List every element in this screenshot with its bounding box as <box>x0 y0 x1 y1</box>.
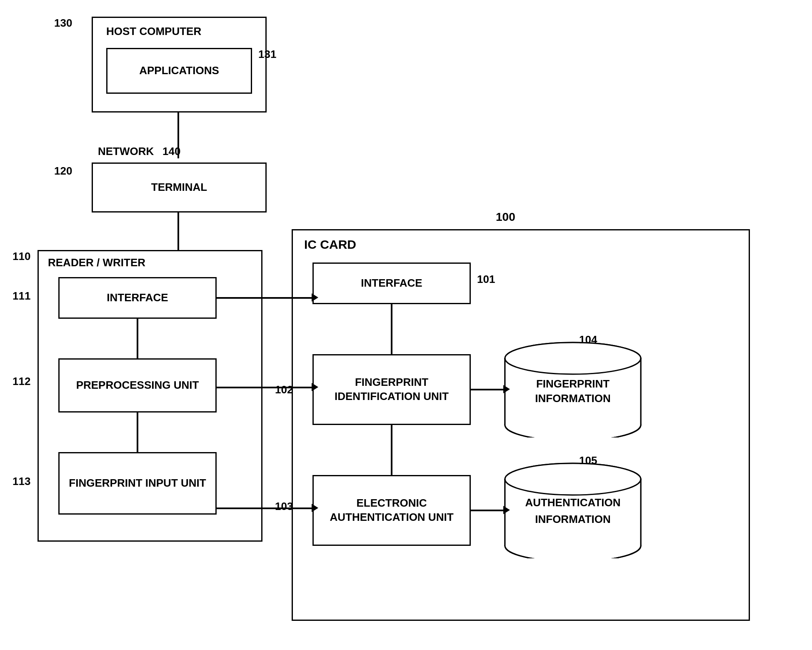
line-pre-to-fiu <box>217 387 313 388</box>
interface-ic-box: INTERFACE <box>312 262 471 304</box>
line-fpu-to-eau <box>217 508 313 509</box>
svg-point-4 <box>505 342 641 374</box>
auth-info-cylinder: AUTHENTICATION INFORMATION <box>504 462 642 558</box>
ic-card-label: IC CARD <box>304 238 356 252</box>
arrow-to-ic-interface <box>312 293 318 302</box>
fingerprint-input-box: FINGERPRINT INPUT UNIT <box>58 452 217 515</box>
diagram: HOST COMPUTER APPLICATIONS 131 130 NETWO… <box>0 0 812 650</box>
line-terminal-to-rw <box>177 212 179 250</box>
svg-text:AUTHENTICATION: AUTHENTICATION <box>525 496 620 509</box>
ref-140: 140 <box>162 145 180 158</box>
ref-113: 113 <box>12 475 30 488</box>
arrow-fpu-to-eau <box>312 504 318 512</box>
svg-point-13 <box>505 463 641 495</box>
ref-103: 103 <box>275 500 293 513</box>
terminal-box: TERMINAL <box>92 162 267 212</box>
arrow-pre-to-fiu <box>312 383 318 391</box>
svg-text:INFORMATION: INFORMATION <box>535 513 611 525</box>
arrow-fiu-to-fi <box>503 385 510 393</box>
svg-text:FINGERPRINT: FINGERPRINT <box>536 378 610 390</box>
fingerprint-info-cylinder: FINGERPRINT INFORMATION <box>504 342 642 438</box>
applications-box: APPLICATIONS <box>106 48 252 94</box>
ref-100: 100 <box>496 210 515 224</box>
line-iface-to-pre <box>137 319 138 358</box>
line-fiu-to-fi <box>471 389 505 390</box>
reader-writer-label: READER / WRITER <box>48 256 145 269</box>
arrow-eau-to-ai <box>503 506 510 514</box>
electronic-auth-box: ELECTRONIC AUTHENTICATION UNIT <box>312 475 471 546</box>
ref-110: 110 <box>12 250 30 263</box>
line-fiu-to-eau <box>391 425 392 475</box>
ref-102: 102 <box>275 383 293 396</box>
ref-105: 105 <box>579 454 597 467</box>
svg-text:INFORMATION: INFORMATION <box>535 392 611 405</box>
preprocessing-box: PREPROCESSING UNIT <box>58 358 217 412</box>
fingerprint-id-box: FINGERPRINT IDENTIFICATION UNIT <box>312 354 471 425</box>
ref-130: 130 <box>54 17 72 30</box>
ref-120: 120 <box>54 165 72 178</box>
line-ic-iface-to-fiu <box>391 304 392 354</box>
interface-rw-box: INTERFACE <box>58 277 217 319</box>
line-eau-to-ai <box>471 510 505 511</box>
network-label: NETWORK <box>98 145 154 158</box>
ref-104: 104 <box>579 333 597 346</box>
line-pre-to-fpu <box>137 412 138 452</box>
ref-111: 111 <box>12 290 30 302</box>
line-iface-horizontal <box>217 297 313 299</box>
ref-101: 101 <box>477 273 495 286</box>
ref-131: 131 <box>258 48 276 61</box>
ref-112: 112 <box>12 375 30 388</box>
host-computer-label: HOST COMPUTER <box>106 25 201 38</box>
